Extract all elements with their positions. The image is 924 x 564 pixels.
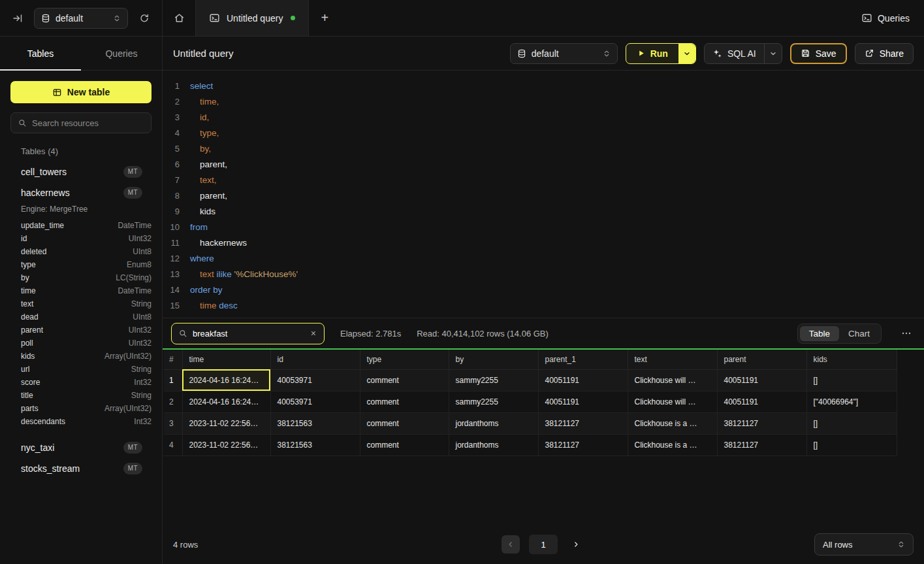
editor-line[interactable]: 10from [163, 220, 924, 235]
column-item[interactable]: idUInt32 [10, 232, 151, 245]
sql-ai-button[interactable]: SQL AI [705, 44, 764, 63]
table-item[interactable]: cell_towersMT [10, 161, 151, 182]
table-cell[interactable]: 38121127 [538, 412, 628, 434]
home-button[interactable] [163, 0, 195, 36]
editor-line[interactable]: 13 text ilike '%ClickHouse%' [163, 267, 924, 282]
column-header[interactable]: kids [806, 350, 897, 369]
row-number[interactable]: 2 [164, 391, 182, 412]
table-cell[interactable]: comment [360, 412, 449, 434]
table-cell[interactable]: 2024-04-16 16:24… [182, 369, 270, 391]
table-cell[interactable]: 38121127 [538, 434, 628, 456]
column-header[interactable]: by [449, 350, 538, 369]
sidebar-tab-tables[interactable]: Tables [0, 37, 81, 70]
sql-editor[interactable]: 1select2 time,3 id,4 type,5 by,6 parent,… [163, 71, 924, 318]
editor-line[interactable]: 11 hackernews [163, 235, 924, 251]
column-item[interactable]: update_timeDateTime [10, 219, 151, 232]
sql-ai-options-button[interactable] [765, 44, 782, 63]
database-selector-top[interactable]: default [34, 8, 128, 29]
column-item[interactable]: kidsArray(UInt32) [10, 350, 151, 363]
results-more-button[interactable] [897, 324, 916, 342]
current-page-indicator[interactable]: 1 [529, 535, 558, 554]
column-item[interactable]: descendantsInt32 [10, 415, 151, 428]
run-button[interactable]: Run [626, 44, 678, 63]
column-item[interactable]: byLC(String) [10, 271, 151, 284]
table-item[interactable]: hackernewsMT [10, 182, 151, 203]
table-cell[interactable]: 38121563 [270, 412, 360, 434]
column-header[interactable]: # [164, 350, 182, 369]
column-item[interactable]: textString [10, 297, 151, 310]
table-cell[interactable]: sammy2255 [449, 391, 538, 412]
column-item[interactable]: deadUInt8 [10, 310, 151, 323]
column-header[interactable]: time [182, 350, 270, 369]
table-cell[interactable]: jordanthoms [449, 412, 538, 434]
table-cell[interactable]: jordanthoms [449, 434, 538, 456]
run-options-button[interactable] [678, 44, 695, 63]
page-size-selector[interactable]: All rows [814, 533, 914, 556]
table-cell[interactable]: Clickhouse is a … [628, 412, 717, 434]
refresh-button[interactable] [135, 8, 154, 28]
column-item[interactable]: deletedUInt8 [10, 245, 151, 258]
column-item[interactable]: typeEnum8 [10, 258, 151, 271]
column-item[interactable]: scoreInt32 [10, 376, 151, 389]
new-tab-button[interactable]: + [309, 0, 340, 36]
save-button[interactable]: Save [790, 43, 847, 64]
column-item[interactable]: partsArray(UInt32) [10, 402, 151, 415]
table-cell[interactable]: 2024-04-16 16:24… [182, 391, 270, 412]
column-header[interactable]: id [270, 350, 360, 369]
table-cell[interactable]: sammy2255 [449, 369, 538, 391]
column-header[interactable]: type [360, 350, 449, 369]
column-header[interactable]: parent [717, 350, 806, 369]
editor-line[interactable]: 5 by, [163, 141, 924, 157]
table-cell[interactable]: 40053971 [270, 391, 360, 412]
resource-search-input[interactable] [32, 118, 144, 128]
table-cell[interactable]: comment [360, 369, 449, 391]
column-item[interactable]: pollUInt32 [10, 337, 151, 350]
tab-untitled-query[interactable]: Untitled query [195, 0, 309, 36]
editor-line[interactable]: 12where [163, 251, 924, 267]
table-cell[interactable]: 40051191 [717, 391, 806, 412]
row-number[interactable]: 1 [164, 369, 182, 391]
editor-line[interactable]: 8 parent, [163, 188, 924, 204]
table-cell[interactable]: 40053971 [270, 369, 360, 391]
next-page-button[interactable] [567, 535, 585, 554]
editor-line[interactable]: 3 id, [163, 110, 924, 125]
clear-search-button[interactable]: × [310, 327, 317, 339]
table-cell[interactable]: Clickhouse will … [628, 391, 717, 412]
table-cell[interactable]: 40051191 [538, 369, 628, 391]
editor-line[interactable]: 1select [163, 78, 924, 94]
table-cell[interactable]: 38121563 [270, 434, 360, 456]
results-search-input[interactable] [193, 329, 304, 339]
table-cell[interactable]: 40051191 [538, 391, 628, 412]
table-cell[interactable]: Clickhouse will … [628, 369, 717, 391]
table-cell[interactable]: [] [806, 412, 897, 434]
editor-line[interactable]: 6 parent, [163, 157, 924, 173]
new-table-button[interactable]: New table [10, 81, 151, 103]
table-cell[interactable]: 40051191 [717, 369, 806, 391]
table-cell[interactable]: ["40066964"] [806, 391, 897, 412]
table-cell[interactable]: comment [360, 434, 449, 456]
editor-line[interactable]: 7 text, [163, 173, 924, 188]
view-toggle-table[interactable]: Table [800, 326, 839, 341]
table-cell[interactable]: comment [360, 391, 449, 412]
column-header[interactable]: text [628, 350, 717, 369]
table-item[interactable]: nyc_taxiMT [10, 437, 151, 458]
table-item[interactable]: stocks_streamMT [10, 458, 151, 479]
table-cell[interactable]: 2023-11-02 22:56… [182, 434, 270, 456]
database-selector-main[interactable]: default [510, 43, 618, 64]
row-number[interactable]: 3 [164, 412, 182, 434]
previous-page-button[interactable] [502, 535, 520, 554]
table-cell[interactable]: 2023-11-02 22:56… [182, 412, 270, 434]
queries-button[interactable]: Queries [861, 0, 910, 36]
table-cell[interactable]: Clickhouse is a … [628, 434, 717, 456]
view-toggle-chart[interactable]: Chart [839, 326, 879, 341]
table-cell[interactable]: [] [806, 434, 897, 456]
table-cell[interactable]: [] [806, 369, 897, 391]
column-header[interactable]: parent_1 [538, 350, 628, 369]
editor-line[interactable]: 14order by [163, 282, 924, 298]
column-item[interactable]: parentUInt32 [10, 323, 151, 337]
editor-line[interactable]: 4 type, [163, 125, 924, 141]
table-cell[interactable]: 38121127 [717, 412, 806, 434]
table-cell[interactable]: 38121127 [717, 434, 806, 456]
row-number[interactable]: 4 [164, 434, 182, 456]
editor-line[interactable]: 2 time, [163, 94, 924, 110]
